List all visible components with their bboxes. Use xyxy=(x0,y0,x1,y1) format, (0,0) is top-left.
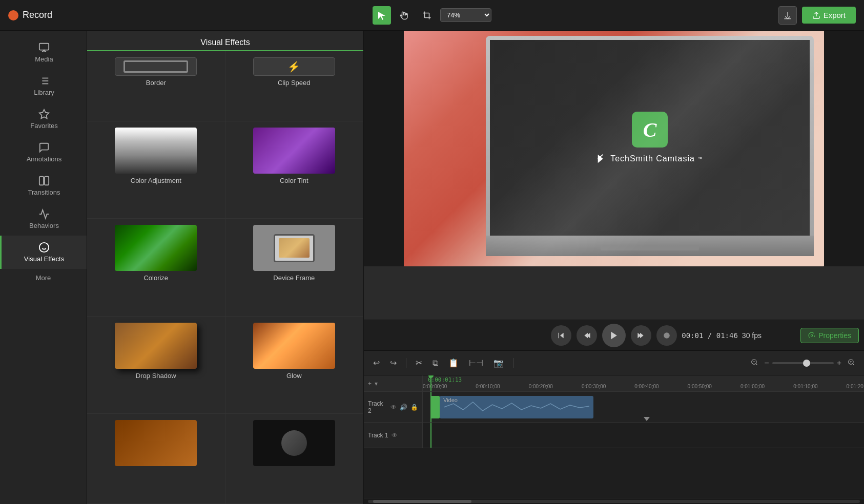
effect-thumb-partial-1 xyxy=(115,420,197,466)
effect-colorize[interactable]: Colorize xyxy=(87,219,225,317)
zoom-in-button[interactable] xyxy=(845,356,858,370)
track-2-green-clip[interactable] xyxy=(430,396,440,418)
sidebar-item-media[interactable]: Media xyxy=(0,36,87,69)
track-2-clip-label: Video xyxy=(443,397,458,403)
svg-marker-0 xyxy=(378,12,385,20)
sidebar-item-library[interactable]: Library xyxy=(0,69,87,102)
effect-partial-2[interactable] xyxy=(225,414,364,504)
track-row-2: Track 2 👁 🔊 🔒 xyxy=(364,392,864,423)
step-back-button[interactable] xyxy=(577,325,597,346)
sidebar-item-label: Library xyxy=(34,89,54,96)
track-options-button[interactable]: ▾ xyxy=(375,380,378,387)
ruler-mark: 0:00:00;00 xyxy=(423,384,447,389)
sidebar-item-annotations[interactable]: Annotations xyxy=(0,136,87,169)
brand-text: TechSmith Camtasia xyxy=(610,154,695,163)
timeline-area: ↩ ↪ ✂ ⧉ 📋 ⊢⊣ 📷 − + xyxy=(364,350,864,504)
crop-tool-button[interactable] xyxy=(418,6,436,25)
track-1-eye-button[interactable]: 👁 xyxy=(392,432,398,439)
record-circle xyxy=(8,10,18,20)
fps-display: 30 fps xyxy=(742,331,762,340)
copy-button[interactable]: ⧉ xyxy=(429,356,441,370)
sidebar: Media Library Favorites Annotations Tran… xyxy=(0,31,87,504)
effect-clip-speed[interactable]: ⚡ Clip Speed xyxy=(225,51,364,121)
playhead-line xyxy=(430,375,431,391)
add-track-button[interactable]: + xyxy=(368,380,372,387)
play-button[interactable] xyxy=(602,324,626,347)
track-2-controls: Track 2 👁 🔊 🔒 xyxy=(364,392,423,422)
track-2-eye-button[interactable]: 👁 xyxy=(390,404,397,411)
track-2-audio-button[interactable]: 🔊 xyxy=(400,404,407,411)
toolbar-center: 74% 50% 100% 150% 200% xyxy=(373,6,491,25)
preview-wrapper: C TechSmith Camtasia ™ xyxy=(364,31,864,350)
effect-drop-shadow[interactable]: Drop Shadow xyxy=(87,317,225,414)
track-1-playhead xyxy=(430,423,431,448)
timeline-scrollbar[interactable] xyxy=(364,498,864,504)
sidebar-item-label: Annotations xyxy=(27,155,62,163)
zoom-slider-area: − + xyxy=(748,356,858,370)
effect-partial-1[interactable] xyxy=(87,414,225,504)
undo-button[interactable]: ↩ xyxy=(370,356,383,370)
zoom-slider-track[interactable] xyxy=(772,362,834,364)
track-1-label: Track 1 xyxy=(368,432,388,439)
topbar: Record 74% 50% 100% 150% 200% Export xyxy=(0,0,864,31)
paste-button[interactable]: 📋 xyxy=(445,356,462,370)
split-button[interactable]: ⊢⊣ xyxy=(466,356,486,370)
step-forward-button[interactable] xyxy=(631,325,651,346)
track-2-lock-button[interactable]: 🔒 xyxy=(410,404,418,411)
properties-button[interactable]: Properties xyxy=(800,328,859,343)
total-time: 01:46 xyxy=(716,331,738,340)
effect-thumb-color-adjustment xyxy=(115,128,197,174)
sidebar-item-transitions[interactable]: Transitions xyxy=(0,169,87,202)
hand-tool-button[interactable] xyxy=(395,6,414,25)
playback-controls xyxy=(551,324,677,347)
preview-image: C TechSmith Camtasia ™ xyxy=(404,31,824,266)
track-2-video-clip[interactable] xyxy=(440,396,593,418)
track-2-marker xyxy=(644,417,650,421)
effect-device-frame[interactable]: Device Frame xyxy=(225,219,364,317)
sidebar-more-button[interactable]: More xyxy=(0,269,87,287)
svg-marker-18 xyxy=(598,155,603,163)
ruler-mark: 0:00:20;00 xyxy=(529,384,553,389)
effect-thumb-partial-2 xyxy=(253,420,335,466)
effect-thumb-drop-shadow xyxy=(115,323,197,369)
effect-glow[interactable]: Glow xyxy=(225,317,364,414)
svg-marker-24 xyxy=(611,331,617,339)
zoom-slider-thumb xyxy=(803,360,810,367)
sidebar-item-label: Transitions xyxy=(28,188,60,196)
timeline-toolbar: ↩ ↪ ✂ ⧉ 📋 ⊢⊣ 📷 − + xyxy=(364,351,864,375)
effect-label-colorize: Colorize xyxy=(143,274,168,282)
effect-color-tint[interactable]: Color Tint xyxy=(225,121,364,219)
sidebar-item-visual-effects[interactable]: Visual Effects xyxy=(0,236,87,269)
select-tool-button[interactable] xyxy=(373,6,391,25)
sidebar-item-favorites[interactable]: Favorites xyxy=(0,102,87,136)
right-section: C TechSmith Camtasia ™ xyxy=(364,31,864,504)
effect-color-adjustment[interactable]: Color Adjustment xyxy=(87,121,225,219)
marker-button[interactable] xyxy=(656,325,677,346)
zoom-select[interactable]: 74% 50% 100% 150% 200% xyxy=(440,8,491,22)
effect-border[interactable]: Border xyxy=(87,51,225,121)
effects-panel: Visual Effects Border ⚡ Clip Speed Col xyxy=(87,31,364,504)
effect-label-color-tint: Color Tint xyxy=(280,177,308,184)
svg-line-30 xyxy=(756,363,757,365)
record-button[interactable]: Record xyxy=(8,10,52,20)
topbar-right: Export xyxy=(778,6,856,25)
export-button[interactable]: Export xyxy=(802,7,856,24)
border-thumb-label xyxy=(124,60,188,73)
library-icon xyxy=(38,75,50,87)
effect-thumb-border xyxy=(115,57,197,76)
skip-back-button[interactable] xyxy=(551,325,571,346)
cut-button[interactable]: ✂ xyxy=(413,356,425,370)
svg-point-15 xyxy=(39,243,49,252)
effect-label-glow: Glow xyxy=(286,372,302,380)
track-1-content[interactable] xyxy=(423,423,864,448)
svg-marker-12 xyxy=(39,110,49,118)
svg-point-27 xyxy=(664,332,670,339)
svg-rect-4 xyxy=(39,44,49,50)
sidebar-item-behaviors[interactable]: Behaviors xyxy=(0,202,87,236)
time-display: 00:01 / 01:46 30 fps xyxy=(682,331,762,340)
track-2-content[interactable]: Video xyxy=(423,392,864,422)
snapshot-button[interactable]: 📷 xyxy=(490,356,507,370)
download-button[interactable] xyxy=(778,6,797,25)
redo-button[interactable]: ↪ xyxy=(387,356,400,370)
zoom-out-button[interactable] xyxy=(748,356,761,370)
